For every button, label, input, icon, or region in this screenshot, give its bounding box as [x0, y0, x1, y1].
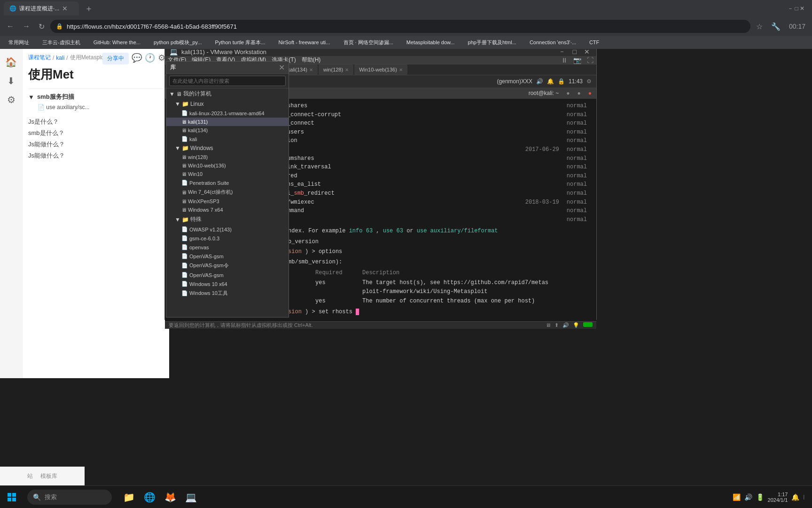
vm-tab-win128-close[interactable]: ✕ [345, 67, 349, 72]
breadcrumb-课程笔记[interactable]: 课程笔记 [28, 54, 51, 62]
tree-item-kali[interactable]: 📄 kali [166, 135, 289, 143]
taskbar-battery-icon[interactable]: 🔋 [756, 493, 764, 501]
taskbar-notification-icon[interactable]: 🔔 [791, 493, 799, 501]
tree-icon-gsm: 📄 [181, 235, 188, 241]
star-icon[interactable]: ☆ [753, 22, 765, 31]
vmware-fullscreen-icon[interactable]: ⛶ [587, 56, 593, 64]
settings-icon[interactable]: ⚙ [7, 94, 16, 105]
taskbar-firefox-icon[interactable]: 🦊 [161, 488, 180, 507]
bookmark-python-turtle[interactable]: Python turtle 库基本... [210, 38, 270, 47]
svg-rect-0 [8, 493, 11, 497]
taskbar-filemanager-icon[interactable]: 📁 [119, 488, 138, 507]
svg-rect-2 [8, 498, 11, 501]
comment-btn[interactable]: 💬 [132, 53, 142, 64]
tree-item-openvas-gsm[interactable]: 📄 OpenVAS-gsm [166, 252, 289, 261]
taskbar-edge-icon[interactable]: 🌐 [140, 488, 159, 507]
tree-item-win7x64[interactable]: 🖥 Windows 7 x64 [166, 206, 289, 214]
vm-tab-kali134-close[interactable]: ✕ [309, 67, 313, 72]
tree-item-linux[interactable]: ▼ 📁 Linux [166, 99, 289, 109]
terminal-root-title: root@kali: ~ [529, 90, 559, 96]
bookmark-sanfeng[interactable]: 三丰云-虚拟主机 [38, 38, 85, 47]
tree-item-kali-vmware[interactable]: 📄 kali-linux-2023.1-vmware-amd64 [166, 109, 289, 118]
tree-item-openvas-gsm-ling[interactable]: 📄 OpenVAS-gsm令 [166, 261, 289, 270]
back-btn[interactable]: ← [4, 20, 17, 32]
vm-tab-win10web136[interactable]: Win10-web(136) ✕ [354, 64, 407, 75]
tab-bar: 🌐 课程进度概进·... ✕ ＋ － □ ✕ [0, 0, 812, 17]
bookmark-metasploitable[interactable]: Metasploitable dow... [402, 39, 460, 46]
tree-item-mycomputer[interactable]: ▼ 🖥 我的计算机 [166, 88, 289, 99]
vmware-status-icons: 🖥 ⬆ 🔊 💡 [546, 322, 593, 328]
tree-item-win128[interactable]: 🖥 win(128) [166, 153, 289, 161]
bookmark-nirsoft[interactable]: NirSoft - freeware uti... [273, 39, 335, 46]
course-bottom-站点[interactable]: 站 [27, 472, 33, 480]
bookmark-github[interactable]: GitHub: Where the... [89, 39, 145, 46]
bookmark-wangluо[interactable]: 首页 · 网络空间渗漏... [339, 38, 398, 47]
tree-label-gsm: gsm-ce-6.0.3 [189, 236, 219, 241]
library-search-input[interactable] [169, 76, 286, 86]
tree-item-openvas-gsm2[interactable]: 📄 OpenVAS-gsm [166, 270, 289, 279]
breadcrumb-kali[interactable]: kali [56, 55, 64, 61]
new-tab-btn[interactable]: ＋ [81, 3, 97, 14]
tree-item-win10[interactable]: 🖥 Win10 [166, 170, 289, 178]
taskbar-volume-icon[interactable]: 🔊 [744, 493, 752, 501]
bookmark-ctf[interactable]: CTF [585, 39, 604, 46]
address-bar[interactable]: 🔒 https://flowus.cn/hbzx/d0017f67-6568-4… [50, 20, 750, 33]
extensions-icon[interactable]: 🔧 [768, 22, 783, 31]
tree-expand-mycomputer: ▼ [169, 91, 175, 97]
breadcrumb-sep1: / [53, 55, 54, 61]
vm-tab-win10web136-close[interactable]: ✕ [399, 67, 403, 72]
home-icon[interactable]: 🏠 [5, 56, 17, 68]
vm-tab-win128-label: win(128) [323, 67, 343, 72]
vmware-menu-help[interactable]: 帮助(H) [302, 56, 321, 64]
taskbar-show-desktop-btn[interactable]: | [803, 494, 804, 500]
active-tab[interactable]: 🌐 课程进度概进·... ✕ [4, 1, 79, 16]
share-btn[interactable]: 分享中 [102, 53, 129, 64]
tree-label-win128: win(128) [188, 154, 208, 160]
tab-close-btn[interactable]: ✕ [62, 5, 68, 12]
taskbar-network-icon[interactable]: 📶 [733, 493, 741, 501]
tree-label-win10web136: Win10-web(136) [188, 163, 226, 168]
clock-btn[interactable]: 🕐 [145, 53, 155, 64]
vmware-pause-icon[interactable]: ⏸ [561, 56, 568, 64]
tree-item-openvas[interactable]: 📄 openvas [166, 243, 289, 252]
terminal-maximize-btn[interactable]: ● [578, 90, 581, 96]
library-close-icon[interactable]: ✕ [279, 63, 285, 72]
tree-label-kali131: kali(131) [188, 119, 208, 125]
col-required-header: Required [315, 269, 353, 278]
tree-item-win10tools[interactable]: 📄 Windows 10工具 [166, 288, 289, 298]
vmware-close-btn[interactable]: ✕ [582, 48, 592, 56]
tree-item-windows[interactable]: ▼ 📁 Windows [166, 143, 289, 153]
tree-item-kali134[interactable]: 🖥 kali(134) [166, 126, 289, 135]
vmware-snapshot-icon[interactable]: 📷 [573, 56, 581, 64]
download-icon[interactable]: ⬇ [7, 75, 15, 87]
tree-item-gsm[interactable]: 📄 gsm-ce-6.0.3 [166, 234, 289, 243]
tree-icon-windows: 📁 [182, 145, 189, 151]
bookmark-php[interactable]: php手册下载及html... [463, 38, 521, 47]
tree-item-win10web136[interactable]: 🖥 Win10-web(136) [166, 161, 289, 170]
tree-label-mycomputer: 我的计算机 [183, 90, 211, 98]
terminal-close-btn[interactable]: ● [588, 90, 592, 96]
bookmark-python-pdb[interactable]: python pdb模块_py... [149, 38, 207, 47]
start-button[interactable] [0, 492, 23, 502]
forward-btn[interactable]: → [20, 20, 33, 32]
tree-item-win10x64[interactable]: 📄 Windows 10 x64 [166, 279, 289, 288]
tree-item-win7[interactable]: 🖥 Win 7_64(ct操作机) [166, 187, 289, 197]
tree-item-owasp[interactable]: 📄 OWASP v1.2(143) [166, 225, 289, 234]
vm-tab-win128[interactable]: win(128) ✕ [319, 64, 353, 75]
tree-icon-penetration: 📄 [181, 180, 188, 186]
smb-section-title: ▼ smb服务扫描 [28, 93, 164, 101]
vm-tab-win10web136-label: Win10-web(136) [359, 67, 397, 72]
vm-toolbar-settings[interactable]: ⚙ [586, 78, 592, 85]
course-bottom-模板库[interactable]: 模板库 [40, 472, 57, 480]
tree-item-kali131[interactable]: 🖥 kali(131) [166, 118, 289, 126]
tree-item-special[interactable]: ▼ 📁 特殊 [166, 214, 289, 225]
bookmark-changgyong[interactable]: 常用网址 [4, 38, 34, 47]
tree-item-winxp[interactable]: 🖥 WinXPenSP3 [166, 197, 289, 206]
tree-item-penetration[interactable]: 📄 Penetration Suite [166, 178, 289, 187]
taskbar-terminal-icon[interactable]: 💻 [181, 488, 200, 507]
taskbar-search-bar[interactable]: 🔍 搜索 [27, 490, 112, 505]
vmware-maximize-btn[interactable]: □ [571, 48, 578, 56]
bookmark-connection[interactable]: Connection 'ens3'·... [525, 39, 581, 46]
terminal-minimize-btn[interactable]: ● [566, 90, 570, 96]
reload-btn[interactable]: ↻ [36, 20, 47, 33]
